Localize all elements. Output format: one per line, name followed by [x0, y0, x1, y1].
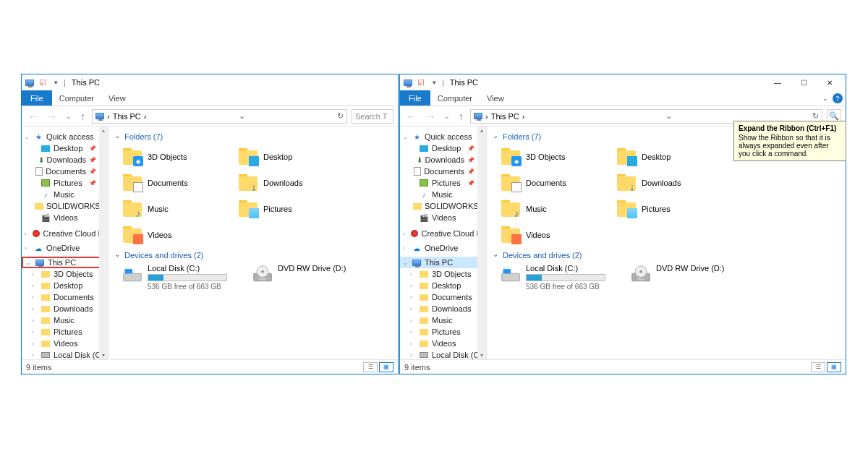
drive-dvd[interactable]: DVD DVD RW Drive (D:) — [629, 262, 759, 292]
tree-qa-music[interactable]: ♪Music — [400, 189, 486, 200]
tree-onedrive[interactable]: ›☁OneDrive — [22, 242, 108, 254]
tree-pc-desktop[interactable]: ›Desktop — [400, 280, 486, 291]
tab-file[interactable]: File — [22, 90, 52, 106]
folder-music[interactable]: ♪Music — [120, 196, 236, 222]
tree-pc-localdisk[interactable]: ›Local Disk (C:) — [22, 349, 108, 359]
view-tiles-icon[interactable]: ▦ — [827, 362, 841, 372]
folder-videos[interactable]: Videos — [498, 222, 614, 248]
nav-tree[interactable]: ⌄★Quick access Desktop📌 ⬇Downloads📌 Docu… — [22, 127, 109, 359]
tree-qa-documents[interactable]: Documents📌 — [400, 166, 486, 177]
tab-view[interactable]: View — [480, 90, 511, 106]
folder-videos[interactable]: Videos — [120, 222, 236, 248]
tree-pc-3d[interactable]: ›3D Objects — [400, 268, 486, 280]
tree-qa-desktop[interactable]: Desktop📌 — [22, 142, 108, 154]
tree-quick-access[interactable]: ⌄★Quick access — [22, 131, 108, 142]
tree-qa-solidworks[interactable]: SOLIDWORKS Co — [400, 200, 486, 212]
tree-this-pc[interactable]: ⌄This PC — [22, 257, 108, 268]
tree-pc-music[interactable]: ›Music — [400, 314, 486, 326]
tree-pc-pictures[interactable]: ›Pictures — [400, 326, 486, 338]
tree-onedrive[interactable]: ›☁OneDrive — [400, 242, 486, 254]
nav-recent-icon[interactable]: ⌄ — [64, 113, 74, 120]
view-details-icon[interactable]: ☰ — [363, 362, 378, 372]
tree-pc-documents[interactable]: ›Documents — [400, 291, 486, 303]
tree-pc-desktop[interactable]: ›Desktop — [22, 280, 108, 291]
breadcrumb-this-pc[interactable]: This PC — [113, 112, 141, 121]
folder-music[interactable]: ♪Music — [498, 196, 614, 222]
refresh-icon[interactable]: ↻ — [812, 111, 819, 121]
drive-local-c[interactable]: Local Disk (C:) 536 GB free of 663 GB — [120, 262, 250, 292]
nav-back-icon[interactable]: ← — [26, 111, 41, 122]
section-drives[interactable]: Devices and drives (2) — [490, 248, 843, 262]
drop-icon[interactable]: ▾ — [51, 77, 61, 87]
tab-view[interactable]: View — [101, 90, 133, 106]
drive-local-c[interactable]: Local Disk (C:) 536 GB free of 663 GB — [498, 262, 629, 292]
tree-qa-pictures[interactable]: Pictures📌 — [22, 177, 108, 189]
tree-pc-pictures[interactable]: ›Pictures — [22, 326, 108, 338]
tree-qa-videos[interactable]: 🎬Videos — [22, 212, 108, 223]
quick-prop-icon[interactable]: ☑ — [416, 77, 426, 87]
addr-drop-icon[interactable]: ⌄ — [665, 111, 672, 121]
tree-pc-music[interactable]: ›Music — [22, 314, 108, 326]
section-drives[interactable]: Devices and drives (2) — [111, 248, 395, 262]
folder-desktop[interactable]: Desktop — [236, 144, 352, 170]
nav-up-icon[interactable]: ↑ — [456, 111, 466, 122]
tree-this-pc[interactable]: ⌄This PC — [400, 257, 486, 268]
tree-qa-downloads[interactable]: ⬇Downloads📌 — [400, 154, 486, 166]
view-tiles-icon[interactable]: ▦ — [379, 362, 393, 372]
folder-documents[interactable]: Documents — [498, 170, 614, 196]
nav-recent-icon[interactable]: ⌄ — [442, 113, 452, 120]
tree-pc-3d[interactable]: ›3D Objects — [22, 268, 108, 280]
tree-qa-desktop[interactable]: Desktop📌 — [400, 142, 486, 154]
nav-back-icon[interactable]: ← — [404, 111, 419, 122]
maximize-button[interactable]: ☐ — [791, 74, 817, 90]
tree-creative-cloud[interactable]: ›Creative Cloud Fil — [22, 228, 108, 239]
search-input[interactable]: Search T — [352, 109, 393, 124]
refresh-icon[interactable]: ↻ — [337, 111, 344, 121]
tree-qa-music[interactable]: ♪Music — [22, 189, 108, 200]
breadcrumb-this-pc[interactable]: This PC — [491, 112, 519, 121]
drive-dvd[interactable]: DVD DVD RW Drive (D:) — [250, 262, 380, 292]
quick-prop-icon[interactable]: ☑ — [38, 77, 48, 87]
tree-scrollbar[interactable]: ▲▼ — [477, 127, 486, 359]
tree-pc-videos[interactable]: ›Videos — [22, 338, 108, 349]
tree-qa-videos[interactable]: 🎬Videos — [400, 212, 486, 223]
nav-forward-icon[interactable]: → — [423, 111, 438, 122]
expand-ribbon-icon[interactable]: ⌄ — [820, 95, 831, 102]
tab-computer[interactable]: Computer — [430, 90, 480, 106]
folder-pictures[interactable]: Pictures — [614, 196, 730, 222]
titlebar[interactable]: ☑ ▾ | This PC — [22, 74, 398, 90]
view-details-icon[interactable]: ☰ — [811, 362, 825, 372]
tree-qa-solidworks[interactable]: SOLIDWORKS Co — [22, 200, 108, 212]
folder-3d-objects[interactable]: ◆3D Objects — [498, 144, 614, 170]
nav-up-icon[interactable]: ↑ — [78, 111, 88, 122]
folder-downloads[interactable]: ↓Downloads — [614, 170, 730, 196]
folder-pictures[interactable]: Pictures — [236, 196, 352, 222]
tab-computer[interactable]: Computer — [52, 90, 101, 106]
help-icon[interactable]: ? — [833, 93, 843, 103]
folder-documents[interactable]: Documents — [120, 170, 236, 196]
tab-file[interactable]: File — [400, 90, 430, 106]
tree-pc-downloads[interactable]: ›Downloads — [22, 303, 108, 314]
address-bar[interactable]: › This PC › ⌄ ↻ — [92, 109, 347, 124]
titlebar[interactable]: ☑ ▾ | This PC — ☐ ✕ — [400, 74, 846, 90]
nav-tree[interactable]: ⌄★Quick access Desktop📌 ⬇Downloads📌 Docu… — [400, 127, 487, 359]
tree-pc-documents[interactable]: ›Documents — [22, 291, 108, 303]
folder-3d-objects[interactable]: ◆3D Objects — [120, 144, 236, 170]
section-folders[interactable]: Folders (7) — [111, 129, 395, 144]
tree-qa-downloads[interactable]: ⬇Downloads📌 — [22, 154, 108, 166]
close-button[interactable]: ✕ — [817, 74, 843, 90]
tree-qa-pictures[interactable]: Pictures📌 — [400, 177, 486, 189]
tree-pc-downloads[interactable]: ›Downloads — [400, 303, 486, 314]
folder-desktop[interactable]: Desktop — [614, 144, 730, 170]
folder-downloads[interactable]: ↓Downloads — [236, 170, 352, 196]
addr-drop-icon[interactable]: ⌄ — [239, 111, 245, 121]
nav-forward-icon[interactable]: → — [45, 111, 59, 122]
tree-creative-cloud[interactable]: ›Creative Cloud Fil — [400, 228, 486, 239]
minimize-button[interactable]: — — [765, 74, 791, 90]
tree-pc-videos[interactable]: ›Videos — [400, 338, 486, 349]
tree-scrollbar[interactable]: ▲▼ — [99, 127, 108, 359]
tree-quick-access[interactable]: ⌄★Quick access — [400, 131, 486, 142]
drop-icon[interactable]: ▾ — [429, 77, 439, 87]
tree-pc-localdisk[interactable]: ›Local Disk (C:) — [400, 349, 486, 359]
tree-qa-documents[interactable]: Documents📌 — [22, 166, 108, 177]
